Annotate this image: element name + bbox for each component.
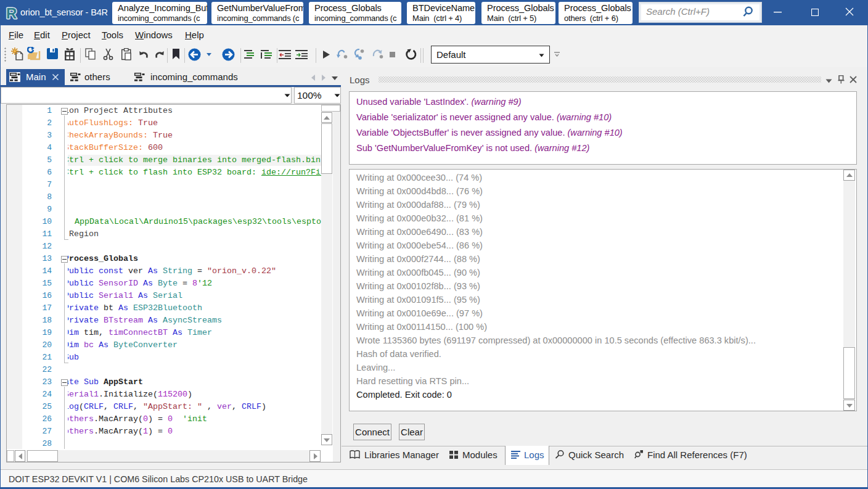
svg-text:R: R xyxy=(6,5,17,22)
